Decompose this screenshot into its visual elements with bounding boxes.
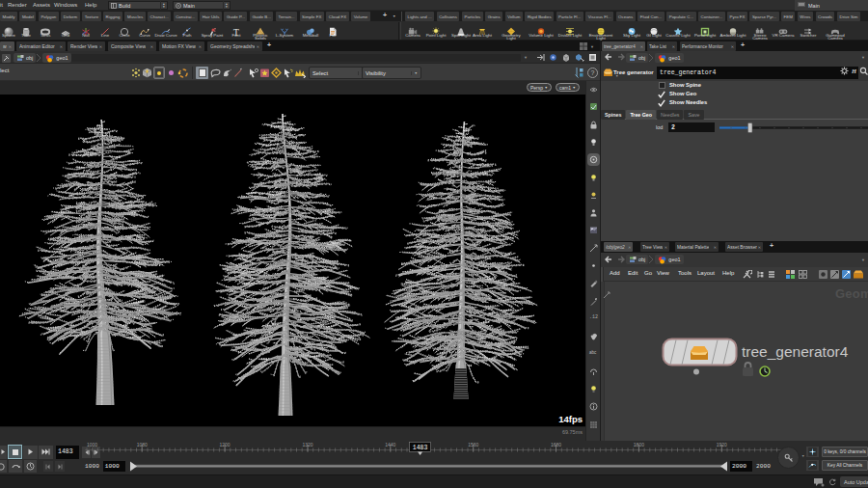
svg-text:1000: 1000: [87, 442, 97, 447]
svg-text:1680: 1680: [551, 442, 561, 447]
svg-text:1483: 1483: [413, 445, 428, 451]
svg-text:1920: 1920: [717, 442, 727, 447]
svg-text:1080: 1080: [137, 442, 148, 447]
svg-text:1320: 1320: [302, 442, 312, 447]
svg-text:1560: 1560: [468, 442, 478, 447]
svg-text:1200: 1200: [220, 442, 231, 447]
svg-text:1440: 1440: [385, 442, 395, 447]
svg-text:1800: 1800: [634, 442, 644, 447]
